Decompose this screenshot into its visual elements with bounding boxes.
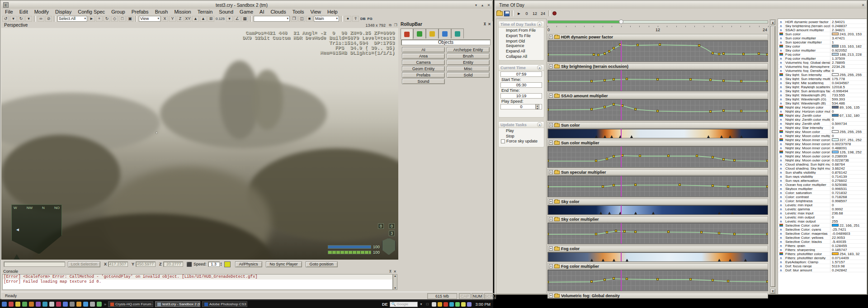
keyframe-icon[interactable] [722,109,725,112]
menu-ai[interactable]: AI [257,9,267,15]
gradient-key-icon[interactable] [602,259,604,261]
timeline-slider[interactable] [547,20,768,24]
collapse-icon[interactable]: − [549,217,553,221]
force-sky-update-checkbox[interactable]: Force sky update [499,139,544,143]
parameter-value[interactable]: 0.9992 [830,207,867,211]
keyframe-icon[interactable] [667,231,670,233]
scale-icon[interactable]: ◇ [111,16,118,22]
keyframe-icon[interactable] [733,159,736,161]
object-button-camera[interactable]: Camera [402,60,445,65]
keyframe-icon[interactable] [639,155,641,157]
keyframe-icon[interactable] [766,53,768,56]
track-header-7[interactable]: −Sky color multiplier [547,216,768,222]
axis-z-button-icon[interactable]: Z [177,16,184,22]
parameter-value[interactable]: 1.37509 [830,57,867,61]
x-coordinate-field[interactable]: 417.2307 [108,261,128,267]
z-coordinate-field[interactable]: 20.2777 [163,261,183,267]
lock-selection-button[interactable]: Lock Selection [68,261,100,267]
select-object-icon[interactable]: ▣ [127,16,133,22]
track-header-9[interactable]: −Fog color multiplier [547,263,768,269]
quick-launch-icon[interactable] [83,302,88,307]
console-close-icon[interactable]: ✕ [393,270,396,274]
keyframe-icon[interactable] [689,278,692,280]
parameter-value[interactable]: 0 [830,109,867,114]
parameter-value[interactable]: 243, 203, 153 [830,32,867,36]
menu-clouds[interactable]: Clouds [268,9,288,15]
y-coordinate-field[interactable]: 450.5977 [136,261,156,267]
keyframe-icon[interactable] [679,184,681,186]
keyframe-icon[interactable] [613,47,615,49]
keyframe-icon[interactable] [766,80,768,82]
parameter-value[interactable]: 3.47421 [830,36,867,40]
selection-name-field[interactable] [4,261,65,267]
parameter-value[interactable]: 175.778 [830,77,867,81]
parameter-value[interactable]: 0.242842 [830,268,867,272]
keyframe-icon[interactable] [608,50,610,52]
keyframe-icon[interactable] [733,233,736,235]
collapse-icon[interactable]: − [549,141,553,145]
grid-dropdown-icon[interactable]: ▾ [226,16,233,22]
keyframe-icon[interactable] [634,108,637,110]
keyframe-icon[interactable] [602,185,604,188]
keyframe-icon[interactable] [766,185,768,188]
link-icon[interactable]: ∞ [38,16,44,22]
quick-launch-icon[interactable] [49,302,54,307]
close-icon[interactable]: ✕ [486,3,492,7]
parameter-value[interactable]: 0.721832 [830,191,867,195]
keyframe-icon[interactable] [709,79,712,81]
keyframe-icon[interactable] [637,44,639,46]
rollupbar-close-icon[interactable]: ✕ [488,22,491,26]
selection-mask-combo[interactable]: Select All▾ [57,16,87,22]
tray-icon[interactable] [455,302,460,307]
task-link-import-from-file[interactable]: Import From File [499,28,544,33]
keyframe-icon[interactable] [604,106,606,108]
tray-icon[interactable] [461,302,466,307]
parameter-value[interactable]: 534.486 [830,101,867,105]
keyframe-icon[interactable] [712,185,714,187]
parameter-value[interactable]: 0.599734 [830,122,867,126]
parameter-value[interactable]: 0.718268 [830,195,867,199]
time-range-button-12[interactable]: 12 [532,10,538,17]
terrain-paint-icon[interactable]: ▲ [200,16,207,22]
parameter-value[interactable]: 0.996531 [830,187,867,191]
gradient-key-icon[interactable] [718,212,721,214]
timeline-ruler[interactable]: 01224 [547,19,768,33]
scrollbar-thumb[interactable] [770,26,775,287]
tracks-scrollbar[interactable]: ▲ ▼ [769,19,776,294]
viewport-popout-icon[interactable]: ⧉ [387,23,393,28]
quick-launch-icon[interactable] [56,302,61,307]
parameter-value[interactable]: 733.555 [830,93,867,97]
console-header[interactable]: Console ⊼ ✕ [1,269,398,274]
track-header-5[interactable]: −Sun specular multiplier [547,169,768,175]
keyframe-icon[interactable] [597,54,599,56]
database-view-button[interactable]: DB [360,17,366,21]
gradient-key-icon[interactable] [652,212,655,214]
parameter-value[interactable]: 133, 163, 182 [830,44,867,48]
speed-field[interactable]: 1.3 [208,261,220,267]
gradient-key-icon[interactable] [613,259,615,261]
minimize-icon[interactable]: ▾ [473,3,479,7]
task-link-collapse-all[interactable]: Collapse All [499,54,544,59]
parameter-value[interactable]: 2.78895 [830,61,867,65]
track-body-4[interactable] [547,146,768,168]
keyframe-icon[interactable] [626,278,628,280]
color-swatch[interactable] [832,114,839,117]
gradient-key-icon[interactable] [729,259,731,261]
axis-y-button-icon[interactable]: Y [169,16,176,22]
tray-icon[interactable] [449,302,454,307]
parameter-value[interactable]: 22, 166, 251 [830,223,867,227]
color-swatch[interactable] [832,130,839,133]
keyframe-icon[interactable] [740,80,742,82]
collapse-icon[interactable]: − [549,294,553,298]
collapse-icon[interactable]: − [549,94,553,98]
parameter-value[interactable]: 0.876142 [830,171,867,175]
parameter-value[interactable]: 254, 183, 32 [830,252,867,256]
keyframe-icon[interactable] [722,80,725,82]
scroll-down-icon[interactable]: ▼ [394,287,396,289]
quick-launch-icon[interactable] [9,302,14,307]
keyframe-icon[interactable] [623,230,626,232]
keyframe-icon[interactable] [758,52,760,55]
no-sync-player-button[interactable]: No Sync Player [266,261,302,267]
track-header-10[interactable]: −Volumetric fog: Global density [547,293,768,299]
parameter-value[interactable]: 0.248837 [830,24,867,28]
